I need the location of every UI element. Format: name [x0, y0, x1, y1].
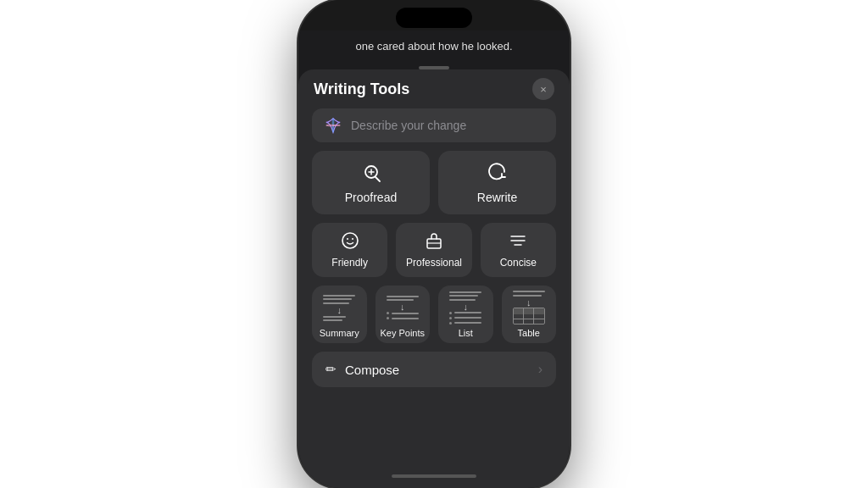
friendly-label: Friendly: [331, 257, 368, 269]
compose-button[interactable]: ✏ Compose ›: [312, 352, 556, 387]
home-indicator: [392, 474, 476, 478]
ai-icon: [324, 116, 342, 135]
list-button[interactable]: ↓ List: [438, 286, 493, 343]
professional-button[interactable]: Professional: [396, 223, 471, 277]
concise-label: Concise: [500, 257, 537, 269]
summary-icon-preview: ↓: [317, 291, 361, 324]
phone-top-bar: [298, 0, 570, 30]
svg-point-7: [352, 238, 353, 240]
professional-icon: [425, 231, 443, 252]
summary-label: Summary: [320, 328, 359, 338]
svg-point-5: [342, 233, 358, 248]
preview-text: one cared about how he looked.: [355, 40, 512, 53]
search-bar[interactable]: Describe your change: [312, 108, 556, 142]
phone-device: one cared about how he looked. Writing T…: [298, 0, 570, 488]
sheet-header: Writing Tools ×: [312, 78, 556, 100]
key-points-icon-preview: ↓: [381, 291, 425, 324]
concise-icon: [509, 231, 527, 252]
compose-chevron-icon: ›: [538, 362, 542, 377]
svg-line-2: [376, 177, 380, 181]
professional-label: Professional: [406, 257, 462, 269]
compose-icon: ✏: [326, 362, 337, 377]
sheet-title: Writing Tools: [314, 80, 409, 98]
mid-tools-row: Friendly Professional: [312, 223, 556, 277]
svg-point-6: [347, 238, 348, 240]
rewrite-button[interactable]: Rewrite: [438, 151, 556, 214]
rewrite-icon: [487, 163, 508, 186]
table-button[interactable]: ↓: [502, 286, 557, 343]
search-placeholder: Describe your change: [351, 119, 466, 132]
key-points-label: Key Points: [380, 328, 425, 338]
proofread-button[interactable]: Proofread: [312, 151, 430, 214]
friendly-icon: [341, 231, 359, 252]
top-tools-row: Proofread Rewrite: [312, 151, 556, 214]
format-tools-row: ↓ Summary ↓: [312, 286, 556, 343]
key-points-button[interactable]: ↓ Key Points: [376, 286, 431, 343]
proofread-label: Proofread: [345, 191, 397, 204]
dynamic-island: [396, 8, 472, 28]
text-preview: one cared about how he looked.: [298, 30, 570, 61]
concise-button[interactable]: Concise: [481, 223, 556, 277]
phone-screen: one cared about how he looked. Writing T…: [298, 30, 570, 464]
summary-button[interactable]: ↓ Summary: [312, 286, 367, 343]
table-icon-preview: ↓: [507, 291, 551, 324]
phone-bottom-bar: [298, 464, 570, 488]
compose-label: Compose: [345, 363, 399, 377]
table-label: Table: [518, 328, 540, 338]
list-label: List: [459, 328, 473, 338]
friendly-button[interactable]: Friendly: [312, 223, 387, 277]
sheet-handle-area: [298, 61, 570, 69]
proofread-icon: [361, 163, 381, 186]
bottom-sheet: Writing Tools × Describe your change: [298, 69, 570, 464]
rewrite-label: Rewrite: [477, 191, 517, 204]
close-button[interactable]: ×: [532, 78, 554, 100]
list-icon-preview: ↓: [443, 291, 487, 324]
